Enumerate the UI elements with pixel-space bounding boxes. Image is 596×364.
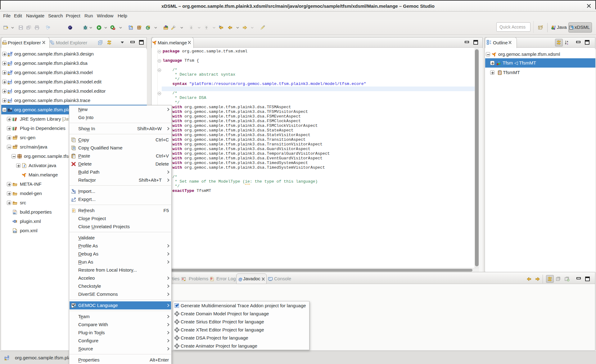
svg-text:010: 010 [14,212,16,214]
svg-text:S: S [10,107,12,110]
svg-text:J: J [554,25,556,29]
svg-text:J: J [10,98,12,101]
svg-text:M: M [10,70,12,73]
svg-text:z: z [567,42,568,45]
svg-text:S: S [10,61,12,64]
svg-text:M: M [14,231,16,233]
svg-text:M: M [10,51,12,54]
svg-text:S: S [7,355,9,358]
svg-text:J: J [23,164,25,168]
svg-text:J: J [10,79,12,82]
svg-text:@: @ [238,277,242,282]
svg-text:J: J [10,89,12,91]
